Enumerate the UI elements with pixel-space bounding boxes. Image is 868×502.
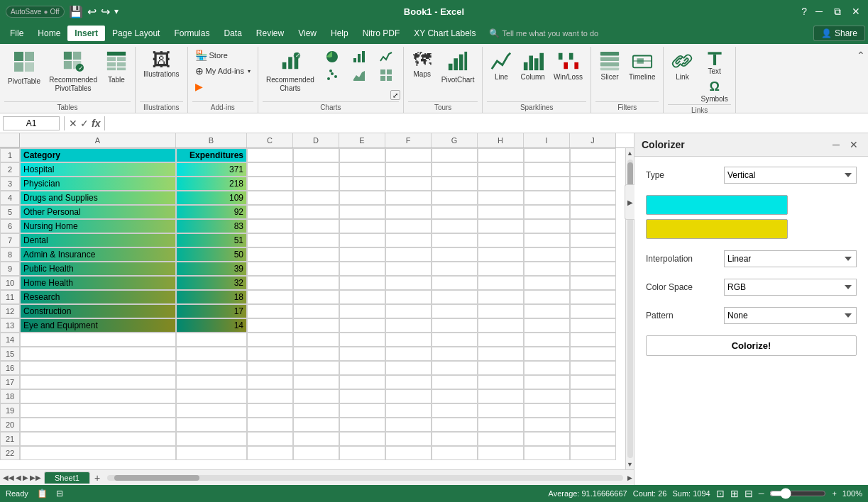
cell-B1[interactable]: Expenditures (176, 148, 247, 162)
recommended-charts-button[interactable]: ✓ RecommendedCharts (263, 48, 318, 94)
cell-B7[interactable]: 51 (176, 233, 247, 247)
menu-page-layout[interactable]: Page Layout (105, 26, 167, 41)
cell-B8[interactable]: 50 (176, 247, 247, 262)
customize-icon[interactable]: ▾ (114, 6, 119, 16)
cell-B3[interactable]: 218 (176, 177, 247, 191)
pie-chart-button[interactable] (319, 48, 345, 65)
recommended-pivot-tables-button[interactable]: ✓ RecommendedPivotTables (45, 48, 101, 94)
type-select[interactable]: Vertical Horizontal Diagonal (724, 167, 857, 184)
area-chart-button[interactable] (346, 67, 372, 84)
cell-A13[interactable]: Eye and Equipment (20, 318, 176, 333)
symbols-button[interactable]: Ω Symbols (698, 78, 730, 104)
col-header-C[interactable]: C (247, 133, 293, 147)
cell-B6[interactable]: 83 (176, 219, 247, 233)
line-sparkline-button[interactable]: Line (487, 48, 515, 94)
horizontal-scroll-thumb[interactable] (114, 475, 199, 481)
view-normal-icon[interactable]: ⊡ (716, 488, 725, 499)
menu-data[interactable]: Data (216, 26, 248, 41)
col-header-E[interactable]: E (339, 133, 385, 147)
scroll-up-button[interactable]: ▲ (625, 148, 634, 158)
col-header-J[interactable]: J (570, 133, 616, 147)
cell-B10[interactable]: 32 (176, 276, 247, 290)
menu-insert[interactable]: Insert (67, 26, 105, 41)
sheet-nav-first[interactable]: ◀◀ (3, 474, 14, 481)
autosave-toggle[interactable]: AutoSave ● Off (6, 6, 65, 18)
cell-A11[interactable]: Research (20, 290, 176, 304)
restore-button[interactable]: ⧉ (831, 5, 844, 18)
menu-nitropdf[interactable]: Nitro PDF (356, 26, 407, 41)
text-button[interactable]: Text (698, 50, 730, 77)
cell-A10[interactable]: Home Health (20, 276, 176, 290)
cell-A12[interactable]: Construction (20, 304, 176, 318)
colorizer-close-button[interactable]: ✕ (847, 138, 861, 152)
zoom-increase-button[interactable]: + (832, 489, 836, 498)
cell-A3[interactable]: Physician (20, 177, 176, 191)
cell-B11[interactable]: 18 (176, 290, 247, 304)
color-swatch-2[interactable] (646, 219, 788, 239)
menu-file[interactable]: File (3, 26, 31, 41)
menu-home[interactable]: Home (31, 26, 67, 41)
menu-xychart[interactable]: XY Chart Labels (407, 26, 483, 41)
charts-expand-button[interactable]: ⤢ (390, 90, 400, 100)
col-header-B[interactable]: B (176, 133, 247, 147)
panel-expand-button[interactable]: ▶ (634, 184, 634, 220)
undo-icon[interactable]: ↩ (87, 5, 97, 18)
menu-help[interactable]: Help (324, 26, 356, 41)
more-charts-button[interactable] (373, 67, 399, 84)
cell-B12[interactable]: 17 (176, 304, 247, 318)
add-sheet-button[interactable]: + (90, 471, 104, 485)
color-swatch-1[interactable] (646, 195, 788, 215)
my-addins-button[interactable]: ⊕ My Add-ins ▾ (192, 64, 253, 78)
formula-cancel-icon[interactable]: ✕ (69, 118, 77, 129)
cell-B13[interactable]: 14 (176, 318, 247, 333)
pivot-chart-button[interactable]: PivotChart (438, 48, 478, 94)
scatter-chart-button[interactable] (319, 67, 345, 84)
timeline-button[interactable]: Timeline (625, 48, 659, 94)
close-button[interactable]: ✕ (850, 5, 862, 18)
bar-chart-button[interactable] (346, 48, 372, 65)
sheet-tab-sheet1[interactable]: Sheet1 (44, 472, 90, 484)
redo-icon[interactable]: ↪ (101, 5, 110, 18)
cell-A5[interactable]: Other Personal (20, 205, 176, 219)
save-icon[interactable]: 💾 (69, 5, 83, 18)
sheet-nav-prev[interactable]: ◀ (16, 474, 21, 481)
col-header-F[interactable]: F (385, 133, 432, 147)
winloss-sparkline-button[interactable]: Win/Loss (550, 48, 586, 94)
cell-A4[interactable]: Drugs and Supplies (20, 191, 176, 205)
line-chart-button[interactable] (373, 48, 399, 65)
col-header-I[interactable]: I (524, 133, 570, 147)
menu-formulas[interactable]: Formulas (167, 26, 216, 41)
col-header-H[interactable]: H (478, 133, 524, 147)
view-page-break-icon[interactable]: ⊟ (745, 488, 753, 499)
pattern-select[interactable]: None Solid Striped (724, 307, 857, 324)
zoom-decrease-button[interactable]: ─ (759, 489, 764, 498)
view-page-layout-icon[interactable]: ⊞ (730, 488, 739, 499)
cell-B5[interactable]: 92 (176, 205, 247, 219)
scroll-down-button[interactable]: ▼ (625, 459, 634, 469)
cell-A7[interactable]: Dental (20, 233, 176, 247)
menu-view[interactable]: View (291, 26, 324, 41)
sheet-nav-last[interactable]: ▶▶ (30, 474, 41, 481)
maps-button[interactable]: 🗺 Maps (408, 48, 436, 94)
horizontal-scroll-track[interactable] (107, 475, 623, 481)
color-space-select[interactable]: RGB HSL HSV (724, 279, 857, 296)
addin-extra-button[interactable]: ▶ (192, 79, 253, 94)
ribbon-collapse-button[interactable]: ⌃ (857, 50, 865, 61)
cell-B9[interactable]: 39 (176, 262, 247, 276)
illustrations-button[interactable]: 🖼 Illustrations (140, 48, 183, 94)
cell-B4[interactable]: 109 (176, 191, 247, 205)
interpolation-select[interactable]: Linear Ease Step (724, 250, 857, 267)
formula-fx-icon[interactable]: fx (92, 118, 100, 129)
scroll-right-btn[interactable]: ▶ (626, 473, 634, 483)
grid-scroll-area[interactable]: 1 Category Expenditures 2 Hospital (0, 148, 625, 469)
formula-input[interactable]: Category (109, 118, 865, 128)
colorizer-minimize-button[interactable]: ─ (830, 138, 842, 152)
cell-A9[interactable]: Public Health (20, 262, 176, 276)
cell-A2[interactable]: Hospital (20, 162, 176, 177)
sheet-nav-next[interactable]: ▶ (23, 474, 28, 481)
pivot-table-button[interactable]: PivotTable (4, 48, 44, 94)
cell-reference-input[interactable] (3, 116, 60, 130)
slicer-button[interactable]: Slicer (595, 48, 624, 94)
minimize-button[interactable]: ─ (813, 5, 825, 18)
table-button[interactable]: Table (102, 48, 131, 94)
